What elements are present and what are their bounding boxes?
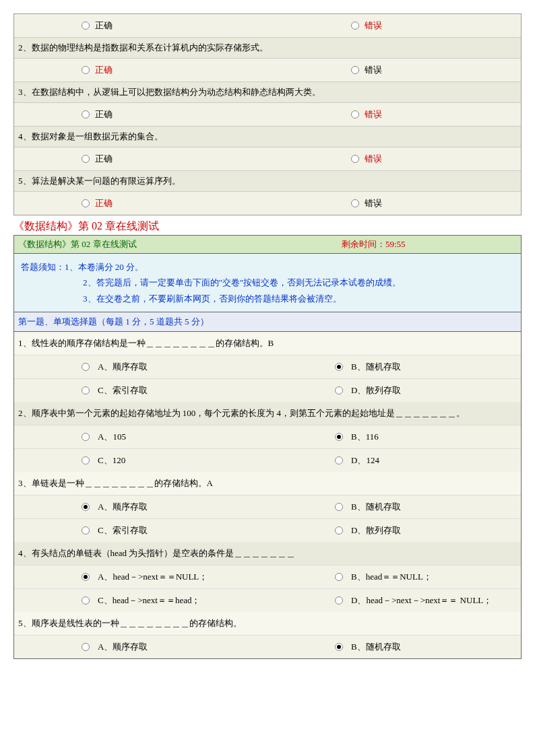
radio-icon [335,596,343,605]
mc-3-d[interactable]: D、散列存取 [268,519,521,542]
mc-2-a[interactable]: A、105 [14,425,268,448]
quiz-header: 《数据结构》第 02 章在线测试 剩余时间：59:55 [14,236,521,254]
tf-1-false[interactable]: 错误 [284,14,520,37]
mc-1-c[interactable]: C、索引存取 [14,379,268,402]
mc-4-d[interactable]: D、head－>next－>next＝＝ NULL； [268,589,521,612]
mc-1-b[interactable]: B、随机存取 [268,355,521,378]
radio-icon [351,22,359,30]
radio-icon [82,503,90,511]
radio-icon [82,456,90,465]
mc-q1: 1、线性表的顺序存储结构是一种＿＿＿＿＿＿＿＿的存储结构。B A、顺序存取 B、… [14,332,521,402]
tf-row-5: 5、算法是解决某一问题的有限运算序列。 正确 错误 [14,170,521,215]
page-title: 《数据结构》第 02 章在线测试 [13,215,522,235]
option-label: A、顺序存取 [98,641,148,653]
instruction-line: 2、答完题后，请一定要单击下面的"交卷"按钮交卷，否则无法记录本试卷的成绩。 [21,275,514,290]
radio-icon [351,66,359,74]
tf-2-false[interactable]: 错误 [284,59,520,81]
radio-icon [335,456,343,465]
mc-1-d[interactable]: D、散列存取 [268,379,521,402]
mc-q4: 4、有头结点的单链表（head 为头指针）是空表的条件是＿＿＿＿＿＿＿ A、he… [14,542,521,612]
option-label: A、顺序存取 [98,361,148,373]
mc-4-b[interactable]: B、head＝＝NULL； [268,565,521,588]
tf-question: 5、算法是解决某一问题的有限运算序列。 [14,170,521,192]
mc-1-a[interactable]: A、顺序存取 [14,355,268,378]
radio-icon [82,66,90,74]
tf-false-label: 错误 [365,64,382,76]
quiz-timer: 剩余时间：59:55 [342,238,517,250]
mc-2-c[interactable]: C、120 [14,449,268,472]
tf-3-false[interactable]: 错误 [284,103,520,126]
option-label: D、124 [351,454,379,467]
tf-true-label: 正确 [95,20,113,32]
tf-question: 4、数据对象是一组数据元素的集合。 [14,126,521,147]
radio-icon [335,386,343,394]
tf-false-label: 错误 [365,108,382,121]
tf-true-label: 正确 [95,108,113,121]
tf-row-2: 2、数据的物理结构是指数据和关系在计算机内的实际存储形式。 正确 错误 [14,37,521,81]
radio-icon [335,503,343,511]
option-label: A、head－>next＝＝NULL； [98,571,208,583]
radio-icon [82,526,90,535]
option-label: C、120 [98,454,125,467]
tf-4-false[interactable]: 错误 [284,147,520,170]
mc-2-d[interactable]: D、124 [268,449,521,472]
tf-1-true[interactable]: 正确 [14,14,284,37]
mc-question: 2、顺序表中第一个元素的起始存储地址为 100，每个元素的长度为 4，则第五个元… [14,402,521,425]
radio-icon [82,596,90,605]
option-label: A、顺序存取 [98,501,148,513]
mc-3-c[interactable]: C、索引存取 [14,519,268,542]
mc-5-b[interactable]: B、随机存取 [268,635,521,658]
radio-icon [82,643,90,651]
tf-5-true[interactable]: 正确 [14,192,284,215]
option-label: B、随机存取 [351,641,401,653]
tf-false-label: 错误 [365,197,382,209]
radio-icon [351,110,359,118]
radio-icon [82,199,90,207]
tf-question: 3、在数据结构中，从逻辑上可以把数据结构分为动态结构和静态结构两大类。 [14,81,521,103]
quiz-header-title: 《数据结构》第 02 章在线测试 [18,238,342,250]
mc-5-a[interactable]: A、顺序存取 [14,635,268,658]
option-label: D、head－>next－>next＝＝ NULL； [351,594,492,607]
tf-3-true[interactable]: 正确 [14,103,284,126]
option-label: B、116 [351,431,379,443]
radio-icon [82,110,90,118]
option-label: C、索引存取 [98,524,148,537]
radio-icon [82,155,90,163]
option-label: D、散列存取 [351,384,401,397]
tf-row-3: 3、在数据结构中，从逻辑上可以把数据结构分为动态结构和静态结构两大类。 正确 错… [14,81,521,126]
option-label: B、随机存取 [351,501,401,513]
radio-icon [82,22,90,30]
quiz-table: 《数据结构》第 02 章在线测试 剩余时间：59:55 答题须知：1、本卷满分 … [13,235,522,659]
option-label: D、散列存取 [351,524,401,537]
tf-false-label: 错误 [365,153,382,165]
radio-icon [82,386,90,394]
tf-5-false[interactable]: 错误 [284,192,520,215]
tf-2-true[interactable]: 正确 [14,59,284,81]
radio-icon [335,643,343,651]
radio-icon [351,155,359,163]
option-label: B、随机存取 [351,361,401,373]
radio-icon [82,433,90,441]
mc-2-b[interactable]: B、116 [268,425,521,448]
mc-3-b[interactable]: B、随机存取 [268,495,521,518]
mc-4-c[interactable]: C、head－>next＝＝head； [14,589,268,612]
mc-question: 4、有头结点的单链表（head 为头指针）是空表的条件是＿＿＿＿＿＿＿ [14,542,521,565]
mc-4-a[interactable]: A、head－>next＝＝NULL； [14,565,268,588]
mc-question: 1、线性表的顺序存储结构是一种＿＿＿＿＿＿＿＿的存储结构。B [14,332,521,355]
tf-4-true[interactable]: 正确 [14,147,284,170]
tf-question: 2、数据的物理结构是指数据和关系在计算机内的实际存储形式。 [14,37,521,59]
radio-icon [82,573,90,581]
quiz-instructions: 答题须知：1、本卷满分 20 分。 2、答完题后，请一定要单击下面的"交卷"按钮… [14,254,521,312]
instruction-line: 3、在交卷之前，不要刷新本网页，否则你的答题结果将会被清空。 [21,291,514,306]
tf-row-1: 正确 错误 [14,14,521,37]
mc-q5: 5、顺序表是线性表的一种＿＿＿＿＿＿＿＿的存储结构。 A、顺序存取 B、随机存取 [14,612,521,658]
tf-row-4: 4、数据对象是一组数据元素的集合。 正确 错误 [14,126,521,170]
mc-3-a[interactable]: A、顺序存取 [14,495,268,518]
mc-question: 3、单链表是一种＿＿＿＿＿＿＿＿的存储结构。A [14,472,521,495]
radio-icon [335,363,343,371]
radio-icon [335,433,343,441]
option-label: A、105 [98,431,126,443]
instruction-line: 答题须知：1、本卷满分 20 分。 [21,259,514,275]
tf-true-label: 正确 [95,153,113,165]
true-false-section: 正确 错误 2、数据的物理结构是指数据和关系在计算机内的实际存储形式。 正确 错… [13,13,522,215]
